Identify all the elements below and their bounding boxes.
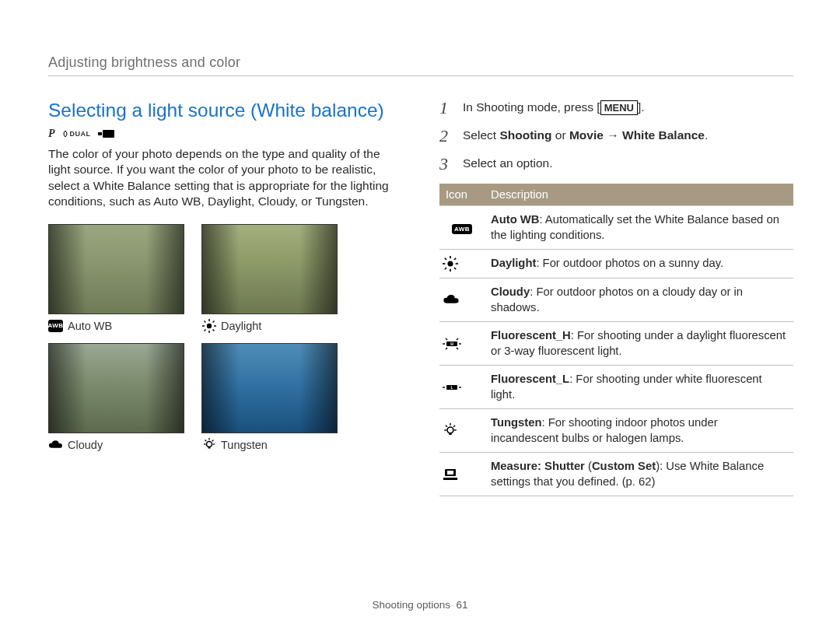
- thumb-tungsten-label: Tungsten: [201, 439, 338, 451]
- thumb-cloudy-image: [48, 343, 184, 433]
- svg-line-9: [204, 329, 205, 331]
- row-custom-icon: [439, 453, 485, 496]
- svg-point-39: [447, 427, 453, 433]
- custom-set-icon: [443, 468, 458, 482]
- step-1: 1 In Shooting mode, press [MENU].: [439, 100, 793, 117]
- section-title: Selecting a light source (White balance): [48, 100, 394, 121]
- row-daylight-desc: Daylight: For outdoor photos on a sunny …: [485, 250, 793, 278]
- bulb-icon: [201, 439, 216, 451]
- svg-line-45: [453, 426, 455, 427]
- step-2-text: Select Shooting or Movie → White Balance…: [463, 128, 708, 145]
- row-fluorescent-h-icon: H: [439, 322, 485, 366]
- sun-icon: [201, 320, 216, 332]
- step-2-number: 2: [439, 128, 453, 145]
- mode-dual-label: DUAL: [70, 130, 91, 138]
- awb-icon: AWB: [48, 320, 63, 332]
- awb-icon: AWB: [452, 224, 472, 234]
- thumb-daylight: Daylight: [201, 224, 338, 332]
- svg-line-44: [446, 426, 447, 427]
- bulb-icon: [443, 423, 458, 439]
- sun-icon: [443, 256, 458, 271]
- step-3-number: 3: [439, 156, 453, 173]
- row-tungsten-desc: Tungsten: For shooting indoor photos und…: [485, 409, 793, 453]
- mode-dual-icon: DUAL: [62, 130, 91, 138]
- row-awb-desc: Auto WB: Automatically set the White Bal…: [485, 206, 793, 250]
- step-1-text: In Shooting mode, press [MENU].: [463, 100, 645, 117]
- svg-rect-40: [449, 433, 451, 435]
- page-number: 61: [457, 599, 468, 611]
- row-fluorescent-l-desc: Fluorescent_L: For shooting under white …: [485, 366, 793, 409]
- svg-line-8: [212, 329, 214, 331]
- svg-line-31: [446, 338, 447, 340]
- svg-point-18: [447, 261, 453, 267]
- row-daylight-icon: [439, 250, 485, 278]
- cloud-icon: [443, 294, 460, 306]
- content-columns: Selecting a light source (White balance)…: [48, 100, 793, 496]
- fluorescent-h-icon: H: [443, 337, 461, 351]
- steps-list: 1 In Shooting mode, press [MENU]. 2 Sele…: [439, 100, 793, 173]
- thumb-daylight-label: Daylight: [201, 320, 338, 332]
- svg-line-25: [445, 268, 446, 269]
- table-row: L Fluorescent_L: For shooting under whit…: [439, 366, 793, 409]
- row-fluorescent-l-icon: L: [439, 366, 485, 409]
- svg-line-24: [454, 268, 456, 269]
- svg-line-23: [445, 258, 446, 260]
- thumb-daylight-image: [201, 224, 338, 314]
- menu-button-label: MENU: [600, 100, 638, 115]
- row-cloudy-icon: [439, 278, 485, 322]
- thumb-cloudy-label: Cloudy: [48, 439, 184, 451]
- thumb-autowb: AWB Auto WB: [48, 224, 184, 332]
- thumb-tungsten: Tungsten: [201, 343, 338, 451]
- svg-point-2: [206, 324, 211, 328]
- thumb-cloudy-text: Cloudy: [68, 439, 103, 451]
- mode-p-icon: P: [48, 128, 55, 140]
- thumb-tungsten-image: [201, 343, 338, 433]
- svg-line-33: [446, 348, 447, 349]
- thumb-cloudy: Cloudy: [48, 343, 184, 451]
- intro-paragraph: The color of your photo depends on the t…: [48, 146, 394, 210]
- row-tungsten-icon: [439, 409, 485, 453]
- mode-indicators: P DUAL: [48, 128, 394, 140]
- right-column: 1 In Shooting mode, press [MENU]. 2 Sele…: [439, 100, 793, 496]
- svg-line-16: [205, 440, 206, 441]
- table-row: Daylight: For outdoor photos on a sunny …: [439, 250, 793, 278]
- cloud-icon: [48, 439, 63, 451]
- svg-point-11: [206, 441, 212, 447]
- svg-line-32: [457, 338, 458, 340]
- thumb-daylight-text: Daylight: [221, 320, 261, 332]
- svg-line-26: [454, 258, 456, 260]
- options-table: Icon Description AWB Auto WB: Automatica…: [439, 184, 793, 496]
- svg-line-10: [212, 321, 214, 322]
- step-2: 2 Select Shooting or Movie → White Balan…: [439, 128, 793, 145]
- row-cloudy-desc: Cloudy: For outdoor photos on a cloudy d…: [485, 278, 793, 322]
- row-custom-desc: Measure: Shutter (Custom Set): Use White…: [485, 453, 793, 496]
- svg-text:L: L: [450, 385, 453, 390]
- table-row: Tungsten: For shooting indoor photos und…: [439, 409, 793, 453]
- footer-section: Shooting options: [372, 599, 450, 611]
- svg-rect-12: [208, 447, 210, 449]
- th-description: Description: [485, 184, 793, 206]
- breadcrumb: Adjusting brightness and color: [48, 54, 793, 76]
- step-3: 3 Select an option.: [439, 156, 793, 173]
- table-row: Cloudy: For outdoor photos on a cloudy d…: [439, 278, 793, 322]
- svg-rect-47: [447, 471, 453, 475]
- table-row: H Fluorescent_H: For shooting under a da…: [439, 322, 793, 366]
- row-fluorescent-h-desc: Fluorescent_H: For shooting under a dayl…: [485, 322, 793, 366]
- svg-line-7: [204, 321, 205, 322]
- svg-rect-1: [103, 130, 114, 138]
- svg-rect-48: [443, 478, 457, 480]
- th-icon: Icon: [439, 184, 485, 206]
- svg-line-17: [212, 440, 213, 441]
- mode-movie-icon: [98, 129, 115, 138]
- svg-line-34: [457, 348, 458, 349]
- table-row: Measure: Shutter (Custom Set): Use White…: [439, 453, 793, 496]
- svg-marker-0: [98, 132, 102, 135]
- thumb-autowb-image: [48, 224, 184, 314]
- left-column: Selecting a light source (White balance)…: [48, 100, 394, 496]
- fluorescent-l-icon: L: [443, 382, 461, 393]
- step-1-number: 1: [439, 100, 453, 117]
- thumbnail-grid: AWB Auto WB Daylight: [48, 224, 338, 451]
- thumb-tungsten-text: Tungsten: [221, 439, 268, 451]
- thumb-autowb-text: Auto WB: [68, 320, 112, 332]
- row-awb-icon: AWB: [439, 206, 485, 250]
